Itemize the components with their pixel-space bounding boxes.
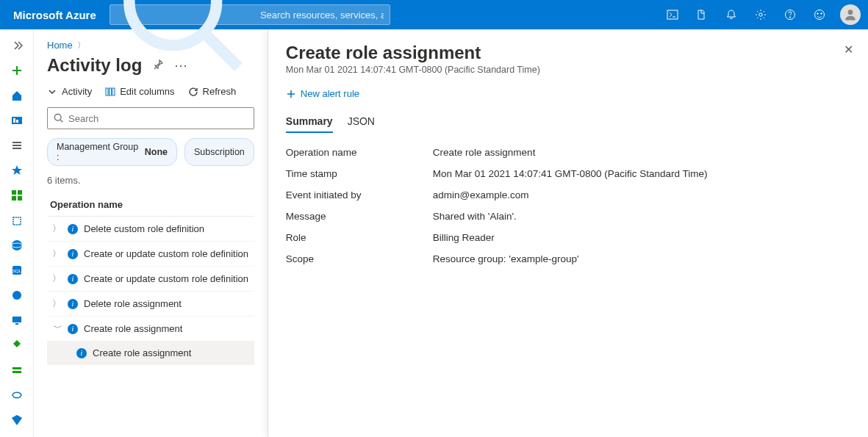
chevron-right-icon: 〉: [51, 297, 62, 310]
kv-value: Shared with 'Alain'.: [433, 211, 517, 222]
svg-rect-2: [667, 10, 678, 19]
detail-tabs: Summary JSON: [286, 111, 850, 134]
filter-subscription[interactable]: Subscription: [184, 138, 254, 166]
rail-create-button[interactable]: [3, 59, 31, 82]
filter-mg-label: Management Group :: [57, 142, 142, 162]
svg-rect-28: [112, 88, 115, 95]
activity-toolbar: Activity Edit columns Refresh: [47, 86, 254, 97]
chevron-right-icon: 〉: [51, 223, 62, 235]
rail-home-button[interactable]: [3, 84, 31, 107]
kv-value: Mon Mar 01 2021 14:07:41 GMT-0800 (Pacif…: [433, 168, 708, 179]
feedback-button[interactable]: [805, 0, 834, 29]
cloud-shell-button[interactable]: [658, 0, 687, 29]
breadcrumb-home[interactable]: Home: [47, 40, 73, 51]
account-avatar[interactable]: [840, 4, 861, 25]
svg-point-21: [12, 291, 21, 300]
svg-rect-26: [106, 88, 108, 95]
list-row[interactable]: 〉 i Create or update custom role definit…: [47, 267, 254, 292]
rail-cosmos-button[interactable]: [3, 283, 31, 307]
edit-columns-button[interactable]: Edit columns: [105, 86, 174, 97]
info-icon: i: [68, 274, 78, 284]
operation-list: 〉 i Delete custom role definition 〉 i Cr…: [47, 217, 254, 365]
rail-vm-button[interactable]: [3, 308, 31, 332]
activity-dropdown-label: Activity: [62, 86, 92, 97]
notifications-button[interactable]: [717, 0, 746, 29]
svg-point-9: [848, 10, 853, 15]
tab-json[interactable]: JSON: [348, 111, 375, 133]
svg-rect-12: [16, 120, 18, 123]
activity-dropdown[interactable]: Activity: [47, 86, 92, 97]
svg-rect-13: [12, 190, 16, 195]
svg-point-29: [54, 114, 61, 120]
list-header-opname: Operation name: [47, 193, 254, 217]
kv-value: Create role assignment: [433, 147, 536, 158]
rail-all-resources-button[interactable]: [3, 184, 31, 207]
svg-point-6: [815, 10, 825, 20]
page-title: Activity log: [47, 55, 142, 76]
rail-load-balancers-button[interactable]: [3, 333, 31, 357]
rail-favorites-button[interactable]: [3, 159, 31, 182]
more-button[interactable]: ⋯: [174, 57, 189, 73]
rail-all-services-button[interactable]: [3, 134, 31, 157]
refresh-button[interactable]: Refresh: [188, 86, 237, 97]
svg-point-7: [817, 13, 819, 15]
rail-aad-button[interactable]: [3, 408, 31, 432]
list-row[interactable]: 〉 i Create or update custom role definit…: [47, 242, 254, 267]
svg-rect-24: [12, 367, 21, 369]
global-search[interactable]: [110, 4, 390, 25]
new-alert-rule-button[interactable]: New alert rule: [286, 88, 850, 99]
kv-key: Time stamp: [286, 168, 433, 179]
detail-subtitle: Mon Mar 01 2021 14:07:41 GMT-0800 (Pacif…: [286, 65, 850, 75]
refresh-label: Refresh: [203, 86, 237, 97]
help-button[interactable]: [775, 0, 805, 29]
filter-subs-label: Subscription: [194, 147, 245, 157]
rail-dashboard-button[interactable]: [3, 109, 31, 132]
pin-button[interactable]: [152, 59, 164, 73]
brand-label: Microsoft Azure: [0, 9, 110, 21]
kv-value: Resource group: 'example-group': [433, 253, 579, 264]
filter-management-group[interactable]: Management Group : None: [47, 138, 177, 166]
kv-value: admin@example.com: [433, 189, 529, 201]
svg-point-3: [759, 13, 762, 16]
new-alert-rule-label: New alert rule: [301, 88, 359, 99]
global-search-input[interactable]: [260, 10, 384, 21]
rail-resource-groups-button[interactable]: [3, 209, 31, 232]
svg-line-30: [60, 120, 62, 122]
rail-app-services-button[interactable]: [3, 234, 31, 257]
list-row-label: Delete custom role definition: [84, 223, 204, 234]
list-row-label: Create role assignment: [84, 323, 182, 334]
activity-search[interactable]: [47, 107, 254, 129]
activity-search-input[interactable]: [68, 113, 248, 124]
list-row-label: Create role assignment: [93, 347, 191, 358]
close-button[interactable]: ✕: [844, 43, 853, 57]
list-row[interactable]: 〉 i Delete role assignment: [47, 292, 254, 317]
chevron-down-icon: 〉: [51, 324, 63, 334]
plus-icon: [286, 89, 296, 99]
chevron-right-icon: 〉: [77, 40, 85, 51]
list-row-label: Delete role assignment: [84, 298, 182, 309]
directories-button[interactable]: [687, 0, 717, 29]
filter-mg-value: None: [145, 147, 168, 157]
edit-columns-label: Edit columns: [120, 86, 174, 97]
svg-rect-11: [13, 118, 15, 123]
kv-value: Billing Reader: [433, 232, 495, 243]
chevron-right-icon: 〉: [51, 272, 62, 285]
tab-summary[interactable]: Summary: [286, 111, 333, 133]
list-row[interactable]: 〉 i Create role assignment: [47, 317, 254, 342]
kv-key: Operation name: [286, 147, 433, 158]
list-row-child[interactable]: i Create role assignment: [47, 342, 254, 365]
top-header: Microsoft Azure: [0, 0, 868, 29]
svg-rect-15: [12, 196, 16, 201]
svg-rect-23: [15, 323, 18, 325]
rail-expand-button[interactable]: [3, 34, 31, 57]
search-icon: [54, 113, 64, 123]
list-row[interactable]: 〉 i Delete custom role definition: [47, 217, 254, 242]
chevron-right-icon: 〉: [51, 248, 62, 260]
top-toolbar: [658, 0, 868, 29]
rail-vnet-button[interactable]: [3, 383, 31, 407]
settings-button[interactable]: [746, 0, 775, 29]
rail-storage-button[interactable]: [3, 358, 31, 382]
info-icon: i: [68, 249, 78, 259]
svg-point-8: [821, 13, 822, 15]
rail-sql-button[interactable]: SQL: [3, 259, 31, 282]
